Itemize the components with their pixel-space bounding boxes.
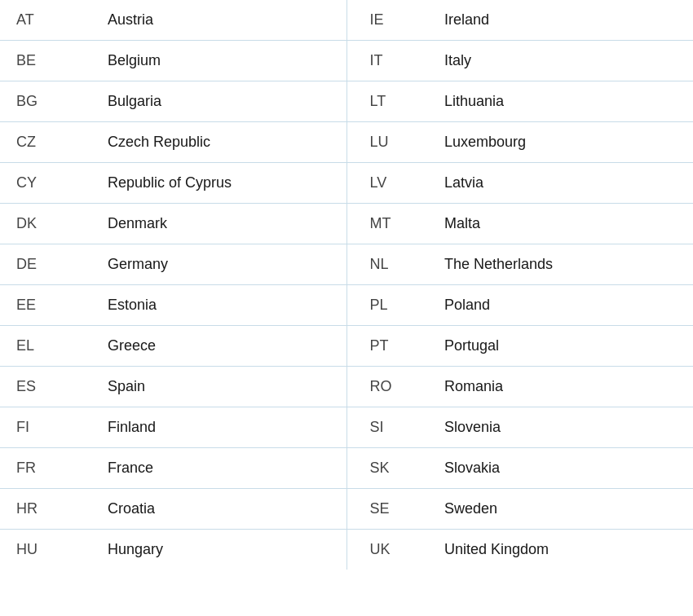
country-code-left: FI [0, 407, 91, 448]
country-name-right: Slovenia [428, 407, 693, 448]
country-name-right: Lithuania [428, 81, 693, 122]
table-row: EL Greece PT Portugal [0, 326, 693, 367]
table-row: FR France SK Slovakia [0, 448, 693, 489]
table-row: CZ Czech Republic LU Luxembourg [0, 122, 693, 163]
country-name-right: Luxembourg [428, 122, 693, 163]
country-name-left: Belgium [91, 41, 346, 81]
country-code-left: DK [0, 204, 91, 244]
country-code-left: HR [0, 489, 91, 530]
country-code-right: NL [346, 244, 428, 285]
country-name-left: Denmark [91, 204, 346, 244]
country-name-left: Czech Republic [91, 122, 346, 163]
country-code-left: CY [0, 163, 91, 204]
country-code-left: FR [0, 448, 91, 489]
country-name-left: France [91, 448, 346, 489]
country-name-right: Ireland [428, 0, 693, 41]
country-name-left: Finland [91, 407, 346, 448]
country-code-left: BG [0, 81, 91, 122]
country-name-left: Greece [91, 326, 346, 367]
table-row: BG Bulgaria LT Lithuania [0, 81, 693, 122]
country-code-right: SK [346, 448, 428, 489]
table-row: HU Hungary UK United Kingdom [0, 530, 693, 570]
country-code-left: BE [0, 41, 91, 81]
country-name-right: Portugal [428, 326, 693, 367]
country-code-right: RO [346, 367, 428, 407]
country-name-right: Malta [428, 204, 693, 244]
country-name-right: Italy [428, 41, 693, 81]
table-row: CY Republic of Cyprus LV Latvia [0, 163, 693, 204]
country-name-left: Croatia [91, 489, 346, 530]
country-name-right: Poland [428, 285, 693, 326]
country-name-left: Austria [91, 0, 346, 41]
country-code-right: LV [346, 163, 428, 204]
country-code-left: ES [0, 367, 91, 407]
country-code-right: PT [346, 326, 428, 367]
country-code-left: HU [0, 530, 91, 570]
country-name-right: United Kingdom [428, 530, 693, 570]
country-code-right: LT [346, 81, 428, 122]
country-name-right: Slovakia [428, 448, 693, 489]
country-codes-table: AT Austria IE Ireland BE Belgium IT Ital… [0, 0, 693, 570]
country-code-left: EL [0, 326, 91, 367]
country-name-right: Sweden [428, 489, 693, 530]
country-name-right: The Netherlands [428, 244, 693, 285]
country-code-left: DE [0, 244, 91, 285]
country-name-left: Hungary [91, 530, 346, 570]
table-row: AT Austria IE Ireland [0, 0, 693, 41]
country-name-left: Republic of Cyprus [91, 163, 346, 204]
country-code-right: IT [346, 41, 428, 81]
country-name-left: Bulgaria [91, 81, 346, 122]
country-code-right: LU [346, 122, 428, 163]
table-row: BE Belgium IT Italy [0, 41, 693, 81]
country-name-left: Spain [91, 367, 346, 407]
country-name-left: Germany [91, 244, 346, 285]
table-row: HR Croatia SE Sweden [0, 489, 693, 530]
country-code-right: UK [346, 530, 428, 570]
country-code-right: MT [346, 204, 428, 244]
country-code-right: IE [346, 0, 428, 41]
country-code-left: CZ [0, 122, 91, 163]
table-row: DK Denmark MT Malta [0, 204, 693, 244]
country-code-right: SE [346, 489, 428, 530]
table-row: FI Finland SI Slovenia [0, 407, 693, 448]
country-code-left: AT [0, 0, 91, 41]
table-row: ES Spain RO Romania [0, 367, 693, 407]
country-name-left: Estonia [91, 285, 346, 326]
table-row: DE Germany NL The Netherlands [0, 244, 693, 285]
country-code-right: PL [346, 285, 428, 326]
table-row: EE Estonia PL Poland [0, 285, 693, 326]
country-name-right: Romania [428, 367, 693, 407]
country-code-right: SI [346, 407, 428, 448]
country-name-right: Latvia [428, 163, 693, 204]
country-code-left: EE [0, 285, 91, 326]
